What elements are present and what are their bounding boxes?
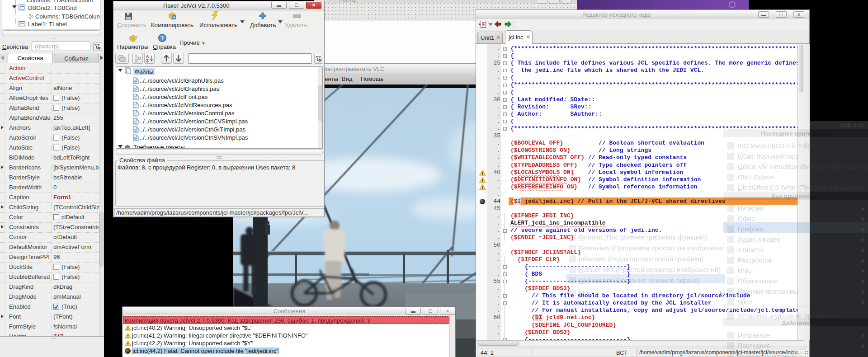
svg-text:?: ? — [160, 35, 164, 42]
svg-text:Z: Z — [146, 58, 149, 63]
